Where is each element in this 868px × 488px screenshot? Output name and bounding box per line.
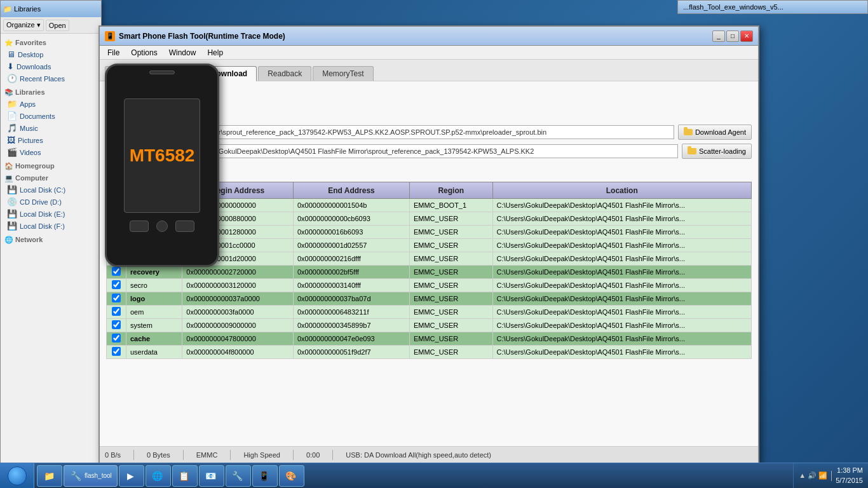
row-checkbox-cell <box>107 346 126 359</box>
scatter-input[interactable]: C:\Users\GokulDeepak\Desktop\AQ4501 Flas… <box>186 144 678 158</box>
scatter-loading-button[interactable]: Scatter-loading <box>682 144 752 159</box>
row-checkbox-cell <box>107 306 126 319</box>
row-region: EMMC_USER <box>409 239 492 252</box>
nav-item-apps[interactable]: 📁 Apps <box>4 98 97 110</box>
taskbar-flashtool-label: flash_tool <box>85 472 112 479</box>
taskbar-item-browser[interactable]: 🌐 <box>146 465 171 487</box>
phone-speaker <box>149 71 175 74</box>
taskbar-item-explorer[interactable]: 📁 <box>37 465 62 487</box>
row-location: C:\Users\GokulDeepak\Desktop\AQ4501 Flas… <box>492 212 751 226</box>
nav-item-pictures[interactable]: 🖼 Pictures <box>4 134 97 146</box>
videos-icon: 🎬 <box>7 147 17 157</box>
taskbar-item-app4[interactable]: 📱 <box>252 465 278 487</box>
computer-section: 💻 Computer <box>4 174 97 182</box>
taskbar-item-app2[interactable]: 📧 <box>199 465 224 487</box>
row-checkbox[interactable] <box>112 334 121 342</box>
row-checkbox-cell <box>107 332 126 346</box>
phone-image: MT6582 <box>105 64 219 267</box>
row-end: 0x0000000002bf5fff <box>293 266 409 279</box>
status-sep-2 <box>183 450 184 460</box>
row-region: EMMC_USER <box>409 226 492 239</box>
table-row: oem 0x0000000003fa0000 0x000000000648321… <box>107 306 752 319</box>
close-button[interactable]: ✕ <box>740 30 753 42</box>
nav-item-videos[interactable]: 🎬 Videos <box>4 146 97 158</box>
row-location: C:\Users\GokulDeepak\Desktop\AQ4501 Flas… <box>492 266 751 279</box>
row-begin: 0x0000000003fa0000 <box>182 306 294 319</box>
status-bar: 0 B/s 0 Bytes EMMC High Speed 0:00 USB: … <box>100 446 758 463</box>
libraries-section: 📚 Libraries <box>4 88 97 97</box>
nav-item-music[interactable]: 🎵 Music <box>4 122 97 134</box>
taskbar-item-flashtool[interactable]: 🔧 flash_tool <box>64 465 118 487</box>
minimize-button[interactable]: _ <box>712 30 725 42</box>
col-end: End Address <box>293 182 409 199</box>
row-begin: 0x000000000037a0000 <box>182 292 294 306</box>
status-speed: 0 B/s <box>105 451 121 459</box>
open-button[interactable]: Open <box>46 20 69 31</box>
table-row: system 0x0000000009000000 0x000000000345… <box>107 319 752 332</box>
row-name: system <box>126 319 182 332</box>
row-location: C:\Users\GokulDeepak\Desktop\AQ4501 Flas… <box>492 306 751 319</box>
taskbar-item-app1[interactable]: 📋 <box>172 465 198 487</box>
chip-model: MT6582 <box>130 146 195 166</box>
row-region: EMMC_USER <box>409 292 492 306</box>
taskbar: 📁 🔧 flash_tool ▶ 🌐 📋 📧 🔧 <box>0 463 868 488</box>
taskbar-item-media[interactable]: ▶ <box>119 465 144 487</box>
menu-window[interactable]: Window <box>164 47 201 58</box>
table-row: cache 0x0000000047800000 0x000000000047e… <box>107 332 752 346</box>
flash-titlebar: 📱 Smart Phone Flash Tool(Runtime Trace M… <box>100 27 758 46</box>
row-checkbox[interactable] <box>112 294 121 302</box>
nav-item-recent[interactable]: 🕐 Recent Places <box>4 72 97 85</box>
row-location: C:\Users\GokulDeepak\Desktop\AQ4501 Flas… <box>492 199 751 212</box>
taskbar-item-app5[interactable]: 🎨 <box>279 465 304 487</box>
clock-display[interactable]: 1:38 PM 5/7/2015 <box>836 466 863 485</box>
row-region: EMMC_USER <box>409 279 492 292</box>
download-agent-button[interactable]: Download Agent <box>678 125 752 140</box>
second-window-titlebar: ...flash_Tool_exe_windows_v5... <box>677 0 868 14</box>
nav-item-desktop[interactable]: 🖥 Desktop <box>4 48 97 60</box>
menu-help[interactable]: Help <box>202 47 228 58</box>
row-name: userdata <box>126 346 182 359</box>
table-row: logo 0x000000000037a0000 0x000000000037b… <box>107 292 752 306</box>
start-button[interactable] <box>0 463 34 489</box>
nav-item-local-c[interactable]: 💾 Local Disk (C:) <box>4 184 97 196</box>
explorer-titlebar: 📁 Libraries <box>1 1 101 17</box>
desktop: 📁 Libraries Organize ▾ Open ⭐ Favorites … <box>0 0 868 488</box>
nav-item-local-e[interactable]: 💾 Local Disk (E:) <box>4 208 97 220</box>
desktop-icon: 🖥 <box>7 50 15 59</box>
organize-button[interactable]: Organize ▾ <box>3 19 44 31</box>
music-icon: 🎵 <box>7 123 17 133</box>
download-agent-input[interactable]: File Mirror\sprout_reference_pack_137954… <box>186 125 674 139</box>
documents-icon: 📄 <box>7 111 17 121</box>
row-checkbox[interactable] <box>112 347 121 356</box>
menu-file[interactable]: File <box>102 47 125 58</box>
recent-icon: 🕐 <box>7 74 17 83</box>
row-end: 0x0000000006483211f <box>293 306 409 319</box>
row-checkbox[interactable] <box>112 280 121 289</box>
maximize-button[interactable]: □ <box>726 30 739 42</box>
status-size: 0 Bytes <box>147 451 170 459</box>
row-checkbox[interactable] <box>112 267 121 276</box>
taskbar-item-app3[interactable]: 🔧 <box>226 465 251 487</box>
row-checkbox[interactable] <box>112 320 121 329</box>
nav-item-cd-d[interactable]: 💿 CD Drive (D:) <box>4 196 97 208</box>
status-sep-4 <box>293 450 294 460</box>
menu-bar: File Options Window Help <box>100 46 758 60</box>
nav-item-downloads[interactable]: ⬇ Downloads <box>4 60 97 72</box>
nav-item-documents[interactable]: 📄 Documents <box>4 110 97 122</box>
row-location: C:\Users\GokulDeepak\Desktop\AQ4501 Flas… <box>492 292 751 306</box>
row-end: 0x0000000016b6093 <box>293 226 409 239</box>
row-checkbox-cell <box>107 266 126 279</box>
status-sep-5 <box>332 450 333 460</box>
network-section: 🌐 Network <box>4 236 97 244</box>
tab-readback[interactable]: Readback <box>258 66 311 81</box>
row-checkbox-cell <box>107 319 126 332</box>
row-checkbox[interactable] <box>112 307 121 316</box>
clock-date: 5/7/2015 <box>836 476 863 485</box>
row-begin: 0x000000004f800000 <box>182 346 294 359</box>
nav-item-local-f[interactable]: 💾 Local Disk (F:) <box>4 220 97 232</box>
tab-memorytest[interactable]: MemoryTest <box>313 66 373 81</box>
downloads-icon: ⬇ <box>7 62 14 71</box>
menu-options[interactable]: Options <box>126 47 162 58</box>
scatter-folder-icon <box>688 148 696 154</box>
status-sep-1 <box>133 450 134 460</box>
